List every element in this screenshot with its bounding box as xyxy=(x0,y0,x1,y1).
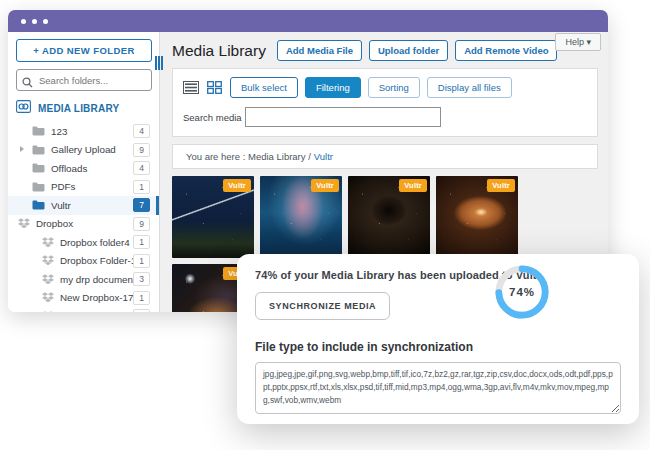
bulk-select-button[interactable]: Bulk select xyxy=(230,77,298,98)
sync-progress-donut: 74% xyxy=(493,263,551,321)
media-toolbar: Bulk select Filtering Sorting Display al… xyxy=(172,68,598,137)
folder-count: 4 xyxy=(133,161,150,175)
folder-label: Dropbox Folder-1... xyxy=(60,255,133,266)
folder-count: 0 xyxy=(133,309,150,312)
sidebar-item-pdfs[interactable]: PDFs 1 xyxy=(8,178,159,197)
dropbox-icon xyxy=(42,274,54,285)
sidebar-item-new1-from-db[interactable]: new1 from DB 0 xyxy=(8,307,159,312)
breadcrumb: You are here : Media Library /Vultr xyxy=(172,144,598,169)
vultr-badge: Vultr xyxy=(487,179,515,192)
grid-view-icon[interactable] xyxy=(207,81,222,94)
breadcrumb-path: You are here : Media Library / xyxy=(186,151,311,162)
add-media-file-button[interactable]: Add Media File xyxy=(277,40,362,61)
filetypes-textarea[interactable]: jpg,jpeg,jpe,gif,png,svg,webp,bmp,tiff,t… xyxy=(255,362,621,414)
dropbox-icon xyxy=(42,311,54,312)
vultr-badge: Vultr xyxy=(399,179,427,192)
folder-sidebar: + ADD NEW FOLDER MEDIA LIBRARY 123 4 xyxy=(8,32,160,312)
add-new-folder-button[interactable]: + ADD NEW FOLDER xyxy=(16,39,152,62)
sidebar-item-offloads[interactable]: Offloads 4 xyxy=(8,159,159,178)
window-dot xyxy=(43,19,48,24)
search-icon xyxy=(22,74,33,92)
sidebar-item-vultr[interactable]: Vultr 7 xyxy=(8,196,159,215)
sidebar-item-my-drp-documents[interactable]: my drp documents 3 xyxy=(8,270,159,289)
folder-count: 7 xyxy=(133,198,150,212)
folder-count: 1 xyxy=(133,180,150,194)
folder-label: Dropbox folder4 xyxy=(60,237,133,248)
synchronize-media-button[interactable]: SYNCHRONIZE MEDIA xyxy=(255,292,390,320)
folder-label: Dropbox xyxy=(36,218,133,229)
display-all-files-button[interactable]: Display all files xyxy=(427,77,512,98)
vultr-badge: Vultr xyxy=(311,179,339,192)
folder-label: New Dropbox-17... xyxy=(60,292,133,303)
sidebar-item-123[interactable]: 123 4 xyxy=(8,122,159,141)
expand-caret-icon[interactable] xyxy=(20,146,24,152)
media-item-dark-vortex[interactable]: Vultr xyxy=(348,176,430,258)
sidebar-item-dropbox[interactable]: Dropbox 9 xyxy=(8,215,159,234)
folder-count: 3 xyxy=(133,272,150,286)
filtering-button[interactable]: Filtering xyxy=(305,77,361,98)
list-view-icon[interactable] xyxy=(183,81,199,94)
dropbox-icon xyxy=(42,292,54,303)
vultr-sync-card: 74% of your Media Library has been uploa… xyxy=(237,254,639,424)
window-dot xyxy=(21,19,26,24)
folder-count: 1 xyxy=(133,235,150,249)
folder-count: 1 xyxy=(133,254,150,268)
folder-icon xyxy=(32,163,45,173)
help-button[interactable]: Help ▾ xyxy=(555,33,601,51)
page-header: Media Library Add Media File Upload fold… xyxy=(172,40,598,61)
media-item-orange-galaxy[interactable]: Vultr xyxy=(436,176,518,258)
sidebar-root-label: MEDIA LIBRARY xyxy=(38,103,119,114)
folder-label: 123 xyxy=(51,126,133,137)
window-dot xyxy=(32,19,37,24)
folder-search xyxy=(16,69,151,91)
sync-progress-value: 74% xyxy=(493,263,551,321)
window-titlebar xyxy=(8,10,608,32)
sidebar-item-dropbox-folder-1[interactable]: Dropbox Folder-1... 1 xyxy=(8,252,159,271)
folder-icon xyxy=(32,200,45,210)
search-media-label: Search media xyxy=(183,112,242,123)
sorting-button[interactable]: Sorting xyxy=(368,77,420,98)
search-media-input[interactable] xyxy=(245,107,441,127)
sidebar-resize-handle[interactable] xyxy=(155,56,163,70)
folder-count: 1 xyxy=(133,291,150,305)
dropbox-icon xyxy=(18,218,30,229)
folder-count: 9 xyxy=(133,143,150,157)
sync-status-message: 74% of your Media Library has been uploa… xyxy=(255,269,621,281)
add-remote-video-button[interactable]: Add Remote Video xyxy=(455,40,557,61)
dropbox-icon xyxy=(42,255,54,266)
sidebar-item-new-dropbox-17[interactable]: New Dropbox-17... 1 xyxy=(8,289,159,308)
folder-label: Gallery Upload xyxy=(51,144,133,155)
dropbox-icon xyxy=(42,237,54,248)
breadcrumb-current[interactable]: Vultr xyxy=(314,151,333,162)
sidebar-item-dropbox-folder4[interactable]: Dropbox folder4 1 xyxy=(8,233,159,252)
media-library-logo-icon xyxy=(16,99,31,117)
sidebar-item-gallery-upload[interactable]: Gallery Upload 9 xyxy=(8,141,159,160)
folder-count: 4 xyxy=(133,124,150,138)
upload-folder-button[interactable]: Upload folder xyxy=(369,40,448,61)
folder-label: Vultr xyxy=(51,200,133,211)
folder-search-input[interactable] xyxy=(16,69,152,91)
sidebar-item-media-library-root[interactable]: MEDIA LIBRARY xyxy=(8,91,159,122)
folder-label: Offloads xyxy=(51,163,133,174)
filetypes-title: File type to include in synchronization xyxy=(255,340,621,354)
media-item-night-sky[interactable]: Vultr xyxy=(172,176,254,258)
folder-label: PDFs xyxy=(51,181,133,192)
folder-icon xyxy=(32,182,45,192)
folder-count: 9 xyxy=(133,217,150,231)
media-item-milky-way[interactable]: Vultr xyxy=(260,176,342,258)
vultr-badge: Vultr xyxy=(223,179,251,192)
folder-label: my drp documents xyxy=(60,274,133,285)
page-title: Media Library xyxy=(172,42,266,60)
folder-icon xyxy=(32,145,45,155)
folder-icon xyxy=(32,126,45,136)
folder-label: new1 from DB xyxy=(60,311,133,312)
